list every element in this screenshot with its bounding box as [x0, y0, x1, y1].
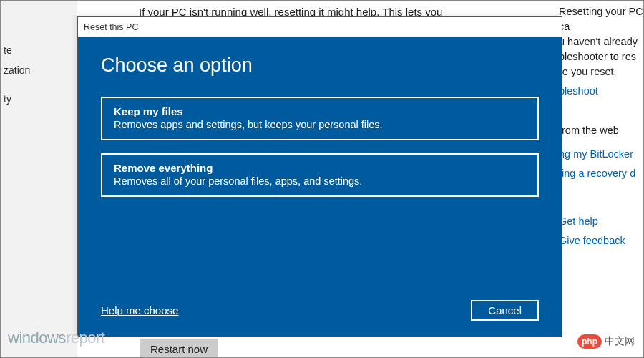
phpcn-watermark: php 中文网	[577, 334, 635, 349]
get-help-link[interactable]: Get help	[559, 214, 643, 229]
nav-item-fragment[interactable]: te	[4, 40, 77, 60]
phpcn-text: 中文网	[605, 335, 635, 348]
troubleshoot-link[interactable]: bleshoot	[559, 84, 643, 99]
right-panel-text: from the web	[559, 123, 643, 138]
dialog-heading: Choose an option	[101, 54, 539, 77]
php-badge-icon: php	[577, 334, 602, 349]
restart-now-button[interactable]: Restart now	[140, 339, 218, 358]
recovery-drive-link[interactable]: ting a recovery d	[559, 166, 643, 181]
dialog-titlebar: Reset this PC	[78, 17, 562, 37]
nav-item-fragment[interactable]: zation	[4, 60, 77, 80]
option-title: Remove everything	[114, 162, 526, 174]
bitlocker-link[interactable]: ng my BitLocker	[559, 147, 643, 162]
windowsreport-watermark: windowsreport	[8, 329, 104, 347]
reset-this-pc-dialog: Reset this PC Choose an option Keep my f…	[77, 16, 562, 337]
settings-left-nav: te zation ty	[1, 1, 77, 357]
dialog-title: Reset this PC	[84, 22, 138, 32]
nav-item-fragment[interactable]: ty	[4, 89, 77, 109]
right-panel-text: Resetting your PC ca u haven't already b…	[559, 4, 643, 79]
dialog-body: Choose an option Keep my files Removes a…	[78, 37, 562, 337]
option-description: Removes apps and settings, but keeps you…	[114, 119, 526, 130]
option-keep-my-files[interactable]: Keep my files Removes apps and settings,…	[101, 97, 539, 140]
settings-right-panel: Resetting your PC ca u haven't already b…	[559, 1, 643, 357]
help-me-choose-link[interactable]: Help me choose	[101, 304, 178, 316]
option-remove-everything[interactable]: Remove everything Removes all of your pe…	[101, 153, 539, 197]
give-feedback-link[interactable]: Give feedback	[559, 233, 643, 248]
cancel-button[interactable]: Cancel	[471, 300, 539, 321]
dialog-footer: Help me choose Cancel	[101, 300, 539, 321]
option-title: Keep my files	[114, 105, 526, 117]
option-description: Removes all of your personal files, apps…	[114, 175, 526, 187]
